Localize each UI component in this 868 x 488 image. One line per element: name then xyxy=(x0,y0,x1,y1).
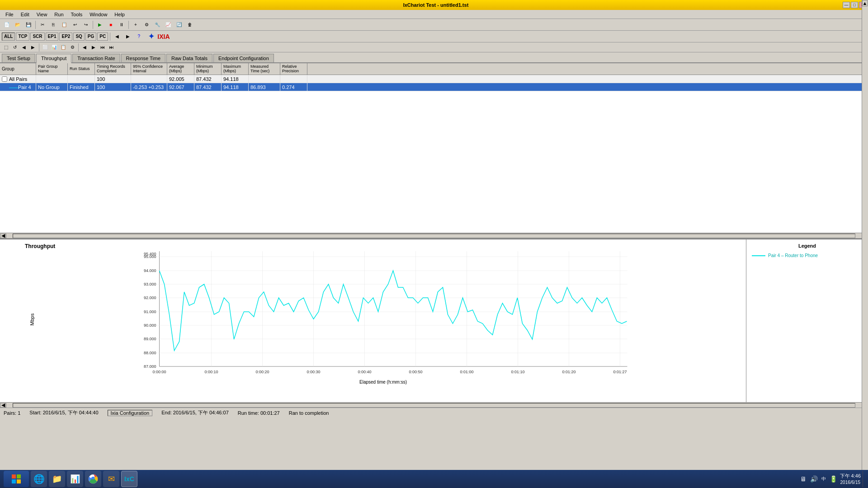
menu-run[interactable]: Run xyxy=(51,11,67,18)
show-desktop-icon[interactable] xyxy=(863,471,864,487)
taskbar-ie[interactable]: 🌐 xyxy=(31,471,47,487)
table-header: Group Pair GroupName Run Status Timing R… xyxy=(0,63,868,75)
copy-button[interactable]: ⎘ xyxy=(48,20,58,30)
add-endpoint-button[interactable]: + xyxy=(131,20,141,30)
new-button[interactable]: 📄 xyxy=(2,20,12,30)
tb3-btn9[interactable]: ◀ xyxy=(80,43,89,52)
cell-minimum-pair4: 87.432 xyxy=(194,83,222,91)
status-ixia-config[interactable]: Ixia Configuration xyxy=(108,410,153,416)
refresh-button[interactable]: 🔄 xyxy=(174,20,184,30)
svg-text:90.000: 90.000 xyxy=(144,323,156,328)
taskbar-mail[interactable]: ✉ xyxy=(103,471,119,487)
th-timing-records: Timing RecordsCompleted xyxy=(95,63,131,75)
taskbar-right: 🖥 🔊 中 🔋 下午 4:46 2016/6/15 xyxy=(799,471,864,487)
svg-text:87.000: 87.000 xyxy=(144,364,156,369)
upper-scrollbar[interactable]: ◀ ▶ xyxy=(0,233,868,238)
menu-tools[interactable]: Tools xyxy=(67,11,86,18)
tb3-btn2[interactable]: ↺ xyxy=(11,43,19,52)
tb3-btn4[interactable]: ▶ xyxy=(29,43,37,52)
chart-svg: .grid-line { stroke: #e0e0e0; stroke-wid… xyxy=(25,251,741,378)
tb3-btn7[interactable]: 📋 xyxy=(59,43,67,52)
toolbar-1: 📄 📂 💾 ✂ ⎘ 📋 ↩ ↪ ▶ ■ ⏸ + ⚙ 🔧 📈 🔄 🗑 xyxy=(0,19,868,31)
tb3-btn8[interactable]: ⚙ xyxy=(68,43,76,52)
legend-scroll-up[interactable]: ▲ xyxy=(862,0,868,6)
svg-text:88.000: 88.000 xyxy=(144,351,156,355)
pause-button[interactable]: ⏸ xyxy=(117,20,127,30)
menu-file[interactable]: File xyxy=(2,11,17,18)
delete-button[interactable]: 🗑 xyxy=(185,20,195,30)
th-average: Average(Mbps) xyxy=(167,63,194,75)
menu-view[interactable]: View xyxy=(33,11,51,18)
tab-endpoint-config[interactable]: Endpoint Configuration xyxy=(213,54,274,62)
tab-transaction-rate[interactable]: Transaction Rate xyxy=(72,54,120,62)
tab-throughput[interactable]: Throughput xyxy=(36,54,71,63)
tb3-btn6[interactable]: 📊 xyxy=(50,43,58,52)
paste-button[interactable]: 📋 xyxy=(59,20,69,30)
svg-text:0:01:20: 0:01:20 xyxy=(562,370,576,374)
sep-2 xyxy=(93,21,93,29)
tb3-btn11[interactable]: ⏮ xyxy=(99,43,107,52)
proto-ep2[interactable]: EP2 xyxy=(59,33,72,41)
maximize-button[interactable]: □ xyxy=(851,2,858,8)
back-button[interactable]: ◀ xyxy=(112,32,122,42)
scroll-track[interactable] xyxy=(13,234,855,238)
taskbar-volume-icon[interactable]: 🔊 xyxy=(809,475,819,483)
cell-relative-all xyxy=(280,75,307,83)
proto-pg[interactable]: PG xyxy=(85,33,96,41)
tb3-btn1[interactable]: ⬚ xyxy=(2,43,10,52)
open-button[interactable]: 📂 xyxy=(13,20,23,30)
stop-button[interactable]: ■ xyxy=(106,20,116,30)
run-button[interactable]: ▶ xyxy=(95,20,105,30)
menu-window[interactable]: Window xyxy=(86,11,111,18)
proto-pc[interactable]: PC xyxy=(97,33,108,41)
lower-scroll-track[interactable] xyxy=(13,403,855,408)
tb3-btn10[interactable]: ▶ xyxy=(90,43,98,52)
proto-all[interactable]: ALL xyxy=(2,33,15,41)
row-pair4[interactable]: —— Pair 4 No Group Finished 100 -0.253 +… xyxy=(0,83,868,91)
svg-text:0:01:27: 0:01:27 xyxy=(613,370,627,374)
svg-rect-43 xyxy=(17,479,21,483)
settings-button[interactable]: 🔧 xyxy=(152,20,162,30)
tab-response-time[interactable]: Response Time xyxy=(121,54,165,62)
taskbar-clock[interactable]: 下午 4:46 2016/6/15 xyxy=(840,473,861,485)
redo-button[interactable]: ↪ xyxy=(81,20,91,30)
proto-tcp[interactable]: TCP xyxy=(16,33,29,41)
taskbar-explorer[interactable]: 📁 xyxy=(49,471,65,487)
window-title: IxChariot Test - untitled1.tst xyxy=(29,2,843,8)
lower-scroll-left[interactable]: ◀ xyxy=(0,403,6,408)
legend-scrollbar[interactable]: ▲ ▼ xyxy=(862,0,868,488)
svg-text:0:00:10: 0:00:10 xyxy=(204,370,218,374)
endpoint-button[interactable]: ⚙ xyxy=(142,20,151,30)
check-all-pairs[interactable] xyxy=(2,76,7,82)
lower-scrollbar[interactable]: ◀ ▶ xyxy=(0,402,868,408)
menu-edit[interactable]: Edit xyxy=(17,11,33,18)
scroll-left[interactable]: ◀ xyxy=(0,234,6,238)
tab-test-setup[interactable]: Test Setup xyxy=(2,54,35,62)
proto-scr[interactable]: SCR xyxy=(30,33,44,41)
th-minimum: Minimum(Mbps) xyxy=(194,63,222,75)
taskbar-chrome[interactable] xyxy=(85,471,101,487)
help-icon-button[interactable]: ? xyxy=(134,32,144,42)
tb3-btn12[interactable]: ⏭ xyxy=(108,43,116,52)
undo-button[interactable]: ↩ xyxy=(70,20,80,30)
tb3-btn3[interactable]: ◀ xyxy=(20,43,28,52)
proto-sq[interactable]: SQ xyxy=(73,33,84,41)
tb3-btn5[interactable]: ⬜ xyxy=(41,43,49,52)
taskbar-network-icon: 🖥 xyxy=(799,475,807,483)
save-button[interactable]: 💾 xyxy=(24,20,33,30)
cell-relative-pair4: 0.274 xyxy=(280,83,307,91)
menu-help[interactable]: Help xyxy=(111,11,128,18)
row-all-pairs[interactable]: All Pairs 100 92.005 87.432 94.118 xyxy=(0,75,868,83)
forward-button[interactable]: ▶ xyxy=(123,32,133,42)
cell-maximum-pair4: 94.118 xyxy=(222,83,249,91)
start-button[interactable] xyxy=(4,471,29,487)
taskbar-excel[interactable]: 📊 xyxy=(67,471,83,487)
cut-button[interactable]: ✂ xyxy=(38,20,47,30)
th-relative-precision: RelativePrecision xyxy=(280,63,307,75)
proto-ep1[interactable]: EP1 xyxy=(46,33,59,41)
minimize-button[interactable]: — xyxy=(843,2,850,8)
tab-raw-data-totals[interactable]: Raw Data Totals xyxy=(166,54,212,62)
chart-button[interactable]: 📈 xyxy=(163,20,173,30)
tabs-bar: Test Setup Throughput Transaction Rate R… xyxy=(0,52,868,63)
taskbar-ixchariot[interactable]: IxC xyxy=(121,471,137,487)
